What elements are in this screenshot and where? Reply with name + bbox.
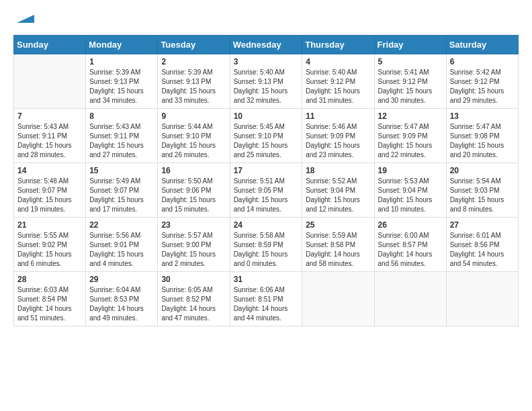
day-number: 15 xyxy=(89,166,154,175)
calendar-cell: 17Sunrise: 5:51 AM Sunset: 9:05 PM Dayli… xyxy=(230,163,302,218)
day-number: 25 xyxy=(306,220,370,230)
column-header-friday: Friday xyxy=(374,36,446,54)
calendar-cell: 24Sunrise: 5:58 AM Sunset: 8:59 PM Dayli… xyxy=(230,218,302,272)
day-info: Sunrise: 5:55 AM Sunset: 9:02 PM Dayligh… xyxy=(17,231,82,269)
day-info: Sunrise: 5:54 AM Sunset: 9:03 PM Dayligh… xyxy=(450,177,515,214)
day-number: 8 xyxy=(89,111,154,121)
calendar-cell: 27Sunrise: 6:01 AM Sunset: 8:56 PM Dayli… xyxy=(446,218,518,272)
day-number: 13 xyxy=(450,111,515,121)
day-info: Sunrise: 6:03 AM Sunset: 8:54 PM Dayligh… xyxy=(17,285,82,323)
calendar-cell: 5Sunrise: 5:41 AM Sunset: 9:12 PM Daylig… xyxy=(374,54,446,109)
calendar-cell: 13Sunrise: 5:47 AM Sunset: 9:08 PM Dayli… xyxy=(446,109,518,163)
calendar-cell: 15Sunrise: 5:49 AM Sunset: 9:07 PM Dayli… xyxy=(86,163,158,218)
calendar-week-1: 1Sunrise: 5:39 AM Sunset: 9:13 PM Daylig… xyxy=(14,54,519,109)
calendar-cell: 4Sunrise: 5:40 AM Sunset: 9:12 PM Daylig… xyxy=(302,54,374,109)
day-number: 16 xyxy=(161,166,226,175)
day-info: Sunrise: 5:57 AM Sunset: 9:00 PM Dayligh… xyxy=(161,231,226,269)
day-info: Sunrise: 5:50 AM Sunset: 9:06 PM Dayligh… xyxy=(161,177,226,214)
column-header-thursday: Thursday xyxy=(302,36,374,54)
calendar-cell: 28Sunrise: 6:03 AM Sunset: 8:54 PM Dayli… xyxy=(14,272,86,326)
calendar-cell: 6Sunrise: 5:42 AM Sunset: 9:12 PM Daylig… xyxy=(446,54,518,109)
column-header-monday: Monday xyxy=(86,36,158,54)
day-info: Sunrise: 5:44 AM Sunset: 9:10 PM Dayligh… xyxy=(161,122,226,160)
calendar-cell: 11Sunrise: 5:46 AM Sunset: 9:09 PM Dayli… xyxy=(302,109,374,163)
day-info: Sunrise: 5:53 AM Sunset: 9:04 PM Dayligh… xyxy=(378,177,443,214)
calendar-cell: 29Sunrise: 6:04 AM Sunset: 8:53 PM Dayli… xyxy=(86,272,158,326)
day-number: 5 xyxy=(378,57,443,66)
day-number: 19 xyxy=(378,166,443,175)
calendar-cell: 25Sunrise: 5:59 AM Sunset: 8:58 PM Dayli… xyxy=(302,218,374,272)
day-info: Sunrise: 5:42 AM Sunset: 9:12 PM Dayligh… xyxy=(450,68,515,105)
calendar-cell: 10Sunrise: 5:45 AM Sunset: 9:10 PM Dayli… xyxy=(230,109,302,163)
day-number: 23 xyxy=(161,220,226,230)
day-info: Sunrise: 5:47 AM Sunset: 9:09 PM Dayligh… xyxy=(378,122,443,160)
calendar-cell: 19Sunrise: 5:53 AM Sunset: 9:04 PM Dayli… xyxy=(374,163,446,218)
calendar-cell: 21Sunrise: 5:55 AM Sunset: 9:02 PM Dayli… xyxy=(14,218,86,272)
calendar-cell: 31Sunrise: 6:06 AM Sunset: 8:51 PM Dayli… xyxy=(230,272,302,326)
day-info: Sunrise: 5:43 AM Sunset: 9:11 PM Dayligh… xyxy=(17,122,82,160)
day-info: Sunrise: 5:39 AM Sunset: 9:13 PM Dayligh… xyxy=(161,68,226,105)
day-number: 14 xyxy=(17,166,82,175)
day-number: 20 xyxy=(450,166,515,175)
day-info: Sunrise: 6:06 AM Sunset: 8:51 PM Dayligh… xyxy=(234,285,299,323)
day-number: 1 xyxy=(89,57,154,66)
day-info: Sunrise: 5:47 AM Sunset: 9:08 PM Dayligh… xyxy=(450,122,515,160)
logo-icon xyxy=(15,8,36,28)
calendar-cell: 22Sunrise: 5:56 AM Sunset: 9:01 PM Dayli… xyxy=(86,218,158,272)
calendar-week-2: 7Sunrise: 5:43 AM Sunset: 9:11 PM Daylig… xyxy=(14,109,519,163)
day-info: Sunrise: 6:01 AM Sunset: 8:56 PM Dayligh… xyxy=(450,231,515,269)
calendar-cell: 12Sunrise: 5:47 AM Sunset: 9:09 PM Dayli… xyxy=(374,109,446,163)
calendar-week-4: 21Sunrise: 5:55 AM Sunset: 9:02 PM Dayli… xyxy=(14,218,519,272)
svg-marker-0 xyxy=(17,15,34,23)
day-number: 21 xyxy=(17,220,82,230)
day-number: 4 xyxy=(306,57,370,66)
day-number: 9 xyxy=(161,111,226,121)
column-header-tuesday: Tuesday xyxy=(158,36,230,54)
calendar-cell: 14Sunrise: 5:48 AM Sunset: 9:07 PM Dayli… xyxy=(14,163,86,218)
day-number: 26 xyxy=(378,220,443,230)
day-number: 7 xyxy=(17,111,82,121)
calendar-cell xyxy=(446,272,518,326)
column-header-wednesday: Wednesday xyxy=(230,36,302,54)
day-number: 22 xyxy=(89,220,154,230)
day-number: 29 xyxy=(89,275,154,284)
calendar-cell xyxy=(374,272,446,326)
calendar-week-3: 14Sunrise: 5:48 AM Sunset: 9:07 PM Dayli… xyxy=(14,163,519,218)
day-info: Sunrise: 5:46 AM Sunset: 9:09 PM Dayligh… xyxy=(306,122,370,160)
day-number: 6 xyxy=(450,57,515,66)
calendar-cell: 1Sunrise: 5:39 AM Sunset: 9:13 PM Daylig… xyxy=(86,54,158,109)
day-info: Sunrise: 5:43 AM Sunset: 9:11 PM Dayligh… xyxy=(89,122,154,160)
day-number: 3 xyxy=(234,57,299,66)
calendar-cell: 7Sunrise: 5:43 AM Sunset: 9:11 PM Daylig… xyxy=(14,109,86,163)
calendar-cell: 30Sunrise: 6:05 AM Sunset: 8:52 PM Dayli… xyxy=(158,272,230,326)
calendar-cell: 26Sunrise: 6:00 AM Sunset: 8:57 PM Dayli… xyxy=(374,218,446,272)
day-info: Sunrise: 5:51 AM Sunset: 9:05 PM Dayligh… xyxy=(234,177,299,214)
calendar-cell: 2Sunrise: 5:39 AM Sunset: 9:13 PM Daylig… xyxy=(158,54,230,109)
day-info: Sunrise: 6:04 AM Sunset: 8:53 PM Dayligh… xyxy=(89,285,154,323)
calendar-cell: 9Sunrise: 5:44 AM Sunset: 9:10 PM Daylig… xyxy=(158,109,230,163)
column-header-saturday: Saturday xyxy=(446,36,518,54)
calendar-week-5: 28Sunrise: 6:03 AM Sunset: 8:54 PM Dayli… xyxy=(14,272,519,326)
calendar-cell xyxy=(14,54,86,109)
day-info: Sunrise: 5:52 AM Sunset: 9:04 PM Dayligh… xyxy=(306,177,370,214)
day-number: 31 xyxy=(234,275,299,284)
calendar-cell: 3Sunrise: 5:40 AM Sunset: 9:13 PM Daylig… xyxy=(230,54,302,109)
calendar-cell: 18Sunrise: 5:52 AM Sunset: 9:04 PM Dayli… xyxy=(302,163,374,218)
calendar-header-row: SundayMondayTuesdayWednesdayThursdayFrid… xyxy=(14,36,519,54)
calendar-cell xyxy=(302,272,374,326)
calendar-cell: 8Sunrise: 5:43 AM Sunset: 9:11 PM Daylig… xyxy=(86,109,158,163)
day-info: Sunrise: 5:40 AM Sunset: 9:13 PM Dayligh… xyxy=(234,68,299,105)
day-info: Sunrise: 5:56 AM Sunset: 9:01 PM Dayligh… xyxy=(89,231,154,269)
day-number: 11 xyxy=(306,111,370,121)
page-header xyxy=(13,13,519,28)
day-number: 30 xyxy=(161,275,226,284)
calendar-cell: 23Sunrise: 5:57 AM Sunset: 9:00 PM Dayli… xyxy=(158,218,230,272)
logo xyxy=(13,13,36,28)
day-number: 28 xyxy=(17,275,82,284)
day-info: Sunrise: 5:48 AM Sunset: 9:07 PM Dayligh… xyxy=(17,177,82,214)
day-info: Sunrise: 5:58 AM Sunset: 8:59 PM Dayligh… xyxy=(234,231,299,269)
day-number: 24 xyxy=(234,220,299,230)
day-info: Sunrise: 5:49 AM Sunset: 9:07 PM Dayligh… xyxy=(89,177,154,214)
calendar-cell: 16Sunrise: 5:50 AM Sunset: 9:06 PM Dayli… xyxy=(158,163,230,218)
day-number: 18 xyxy=(306,166,370,175)
